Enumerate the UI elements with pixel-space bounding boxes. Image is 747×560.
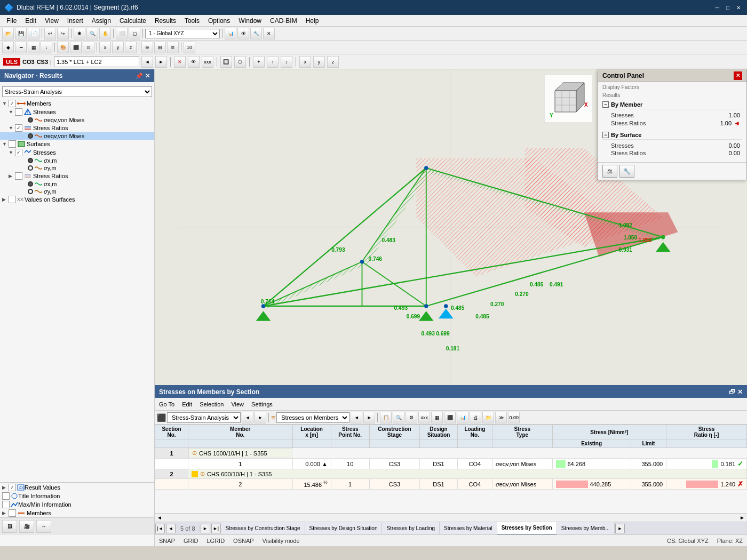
render-btn[interactable]: 🎨 <box>57 42 69 53</box>
status-grid[interactable]: GRID <box>184 538 198 544</box>
table-btn-10[interactable]: ≫ <box>495 412 507 423</box>
mesh-btn[interactable]: ⬛ <box>70 42 82 53</box>
toggle-members[interactable]: ▼ <box>2 101 9 106</box>
next-btn[interactable]: ► <box>155 56 167 68</box>
xaxis-d[interactable]: x <box>299 56 311 68</box>
tree-sr-xm[interactable]: σx,m <box>0 180 154 188</box>
tab-by-section[interactable]: Stresses by Section <box>497 522 557 535</box>
tree-sr-ym[interactable]: σy,m <box>0 188 154 195</box>
table-btn-7[interactable]: 📊 <box>457 412 468 423</box>
tab-prev-btn[interactable]: ◄ <box>166 524 176 533</box>
toggle-values[interactable]: ▶ <box>2 197 9 202</box>
radio-sigma-eqv-2[interactable] <box>28 133 33 139</box>
cp-surface-collapse-btn[interactable]: − <box>602 132 609 138</box>
tab-by-construction[interactable]: Stresses by Construction Stage <box>221 522 305 535</box>
next-result-btn[interactable]: ► <box>363 412 375 423</box>
result-menu-goto[interactable]: Go To <box>157 400 177 409</box>
check-surf-stresses[interactable]: ✓ <box>15 149 22 156</box>
menu-calculate[interactable]: Calculate <box>115 16 150 26</box>
check-members-b[interactable] <box>9 509 16 517</box>
result-close-btn[interactable]: ✕ <box>737 388 743 396</box>
close-btn[interactable]: ✕ <box>734 3 743 12</box>
result-menu-edit[interactable]: Edit <box>180 400 194 409</box>
nav-icon-2[interactable]: 🎥 <box>19 520 34 533</box>
tree-values-surfaces[interactable]: ▶ XX Values on Surfaces <box>0 195 154 204</box>
table-btn-8[interactable]: 🖨 <box>470 412 481 423</box>
tab-first-btn[interactable]: |◄ <box>155 524 165 533</box>
dyn-btn[interactable]: ≋ <box>167 42 179 53</box>
arrow2-btn[interactable]: ↕ <box>281 56 292 68</box>
tab-next-btn[interactable]: ► <box>201 524 210 533</box>
surface-btn[interactable]: ▦ <box>28 42 39 53</box>
window-controls[interactable]: ─ □ ✕ <box>713 3 743 12</box>
new-btn[interactable]: 📄 <box>28 28 39 39</box>
z-axis-btn[interactable]: z <box>125 42 137 53</box>
section-btn[interactable]: ⊙ <box>83 42 94 53</box>
toggle-surfaces[interactable]: ▼ <box>2 141 9 147</box>
pan-btn[interactable]: ✋ <box>99 28 111 39</box>
menu-window[interactable]: Window <box>234 16 266 26</box>
tab-by-design[interactable]: Stresses by Design Situation <box>305 522 383 535</box>
analysis-select[interactable]: Stress-Strain Analysis <box>167 412 241 423</box>
select-btn[interactable]: ✱ <box>74 28 85 39</box>
radio-sr-xm[interactable] <box>28 181 33 187</box>
status-lgrid[interactable]: LGRID <box>206 538 225 544</box>
nav-icon-3[interactable]: ↔ <box>36 520 51 533</box>
results-select[interactable]: Stresses on Members <box>276 412 349 423</box>
check-stresses[interactable] <box>15 108 22 116</box>
nav-maxmin-info[interactable]: Max/Min Information <box>0 500 154 509</box>
radio-sigma-xm[interactable] <box>28 158 33 163</box>
radio-sigma-ym[interactable] <box>28 165 33 171</box>
d3-btn[interactable]: 🔲 <box>220 56 232 68</box>
minimize-btn[interactable]: ─ <box>713 3 721 12</box>
tree-stress-ratios-surf[interactable]: ▶ Stress Ratios <box>0 172 154 180</box>
member-btn[interactable]: ━ <box>15 42 27 53</box>
tree-sigma-xm[interactable]: σx,m <box>0 157 154 164</box>
menu-cadbim[interactable]: CAD-BIM <box>266 16 301 26</box>
coordinate-system-select[interactable]: 1 - Global XYZ <box>145 29 220 38</box>
menu-assign[interactable]: Assign <box>88 16 115 26</box>
tree-stress-ratios[interactable]: ▼ ✓ Stress Ratios <box>0 124 154 132</box>
nav-pin-btn[interactable]: 📌 <box>136 73 143 79</box>
toggle-members-b[interactable]: ▶ <box>2 510 9 516</box>
display-btn[interactable]: 👁 <box>237 28 249 39</box>
tree-surf-stresses[interactable]: ▼ ✓ Stresses <box>0 148 154 157</box>
check-values[interactable] <box>9 196 16 203</box>
cp-settings-btn[interactable]: 🔧 <box>619 165 634 178</box>
result-restore-btn[interactable]: 🗗 <box>729 388 735 396</box>
clear-btn[interactable]: ✕ <box>174 56 186 68</box>
menu-options[interactable]: Options <box>204 16 234 26</box>
result-menu-view[interactable]: View <box>229 400 246 409</box>
menu-help[interactable]: Help <box>301 16 323 26</box>
menu-edit[interactable]: Edit <box>21 16 41 26</box>
tab-by-material[interactable]: Stresses by Material <box>440 522 497 535</box>
menu-file[interactable]: File <box>2 16 21 26</box>
toggle-stresses[interactable]: ▼ <box>9 109 15 115</box>
table-row-2[interactable]: 2 15.486 ½ 1 CS3 DS1 CO4 σeqv,von Mises <box>155 479 747 490</box>
check-stress-ratios[interactable]: ✓ <box>15 124 22 132</box>
open-btn[interactable]: 📂 <box>2 28 14 39</box>
check-sr-surf[interactable] <box>15 172 22 180</box>
next-analysis-btn[interactable]: ► <box>255 412 266 423</box>
table-row-1[interactable]: 1 0.000 ▲ 10 CS3 DS1 CO4 σeqv,von Mises <box>155 459 747 469</box>
eye-btn[interactable]: 👁 <box>188 56 200 68</box>
abc-btn[interactable]: xxx <box>202 56 213 68</box>
grid-btn[interactable]: ⊞ <box>154 42 166 53</box>
plus-btn[interactable]: + <box>253 56 265 68</box>
undo-btn[interactable]: ↩ <box>44 28 56 39</box>
cp-balance-btn[interactable]: ⚖ <box>602 165 617 178</box>
status-visibility[interactable]: Visibility mode <box>263 538 300 544</box>
factor-input[interactable] <box>54 57 139 67</box>
table-btn-9[interactable]: 📁 <box>482 412 494 423</box>
x-axis-btn[interactable]: x <box>99 42 111 53</box>
check-maxmin[interactable] <box>2 501 10 508</box>
nav-result-values[interactable]: ▶ ✓ XXX Result Values <box>0 483 154 492</box>
view-front[interactable]: ⬜ <box>116 28 128 39</box>
toggle-sr-surf[interactable]: ▶ <box>9 173 15 179</box>
toggle-stress-ratios[interactable]: ▼ <box>9 125 15 131</box>
cp-close-btn[interactable]: ✕ <box>734 71 742 80</box>
nav-close-btn[interactable]: ✕ <box>145 73 150 79</box>
table-btn-5[interactable]: ▦ <box>431 412 443 423</box>
delete-btn[interactable]: ✕ <box>263 28 275 39</box>
tab-by-member[interactable]: Stresses by Memb... <box>557 522 615 535</box>
